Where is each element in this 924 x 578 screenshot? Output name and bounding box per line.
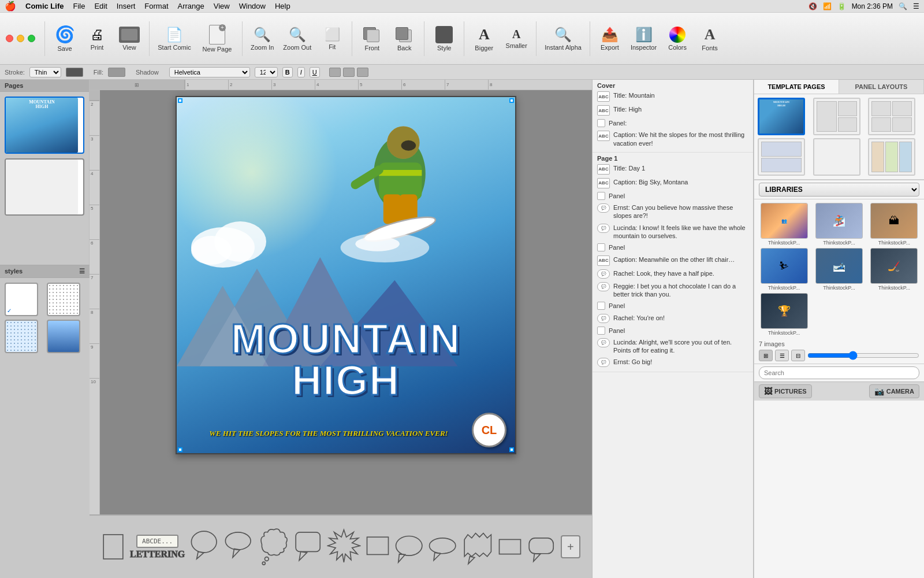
fill-color[interactable] xyxy=(108,68,125,77)
menu-comic-life[interactable]: Comic Life xyxy=(25,2,64,10)
styles-options-icon[interactable]: ☰ xyxy=(79,268,85,275)
lib-item-2[interactable]: 🏂 ThinkstockP... xyxy=(813,203,865,246)
start-comic-button[interactable]: 📄 Start Comic xyxy=(154,16,195,61)
lib-view-list[interactable]: ☰ xyxy=(775,350,789,361)
lib-item-6[interactable]: 🏒 ThinkstockP... xyxy=(868,248,921,291)
print-button[interactable]: 🖨 Print xyxy=(82,16,112,61)
tab-template-pages[interactable]: TEMPLATE PAGES xyxy=(754,80,839,94)
colors-button[interactable]: Colors xyxy=(662,16,692,61)
panel-checkbox-3[interactable] xyxy=(597,243,605,251)
template-6[interactable] xyxy=(868,138,915,176)
lib-item-5[interactable]: 🎿 ThinkstockP... xyxy=(813,248,865,291)
lib-item-7[interactable]: 🏆 ThinkstockP... xyxy=(758,293,810,336)
instant-alpha-button[interactable]: 🔍 Instant Alpha xyxy=(541,16,585,61)
font-size-select[interactable]: 121416 xyxy=(255,67,278,77)
fit-button[interactable]: ⬜ Fit xyxy=(317,16,347,61)
template-2[interactable] xyxy=(813,98,860,135)
lib-view-detail[interactable]: ⊟ xyxy=(791,350,805,361)
selection-handle-bl[interactable] xyxy=(178,447,182,452)
menu-window[interactable]: Window xyxy=(239,2,266,10)
inspector-button[interactable]: ℹ️ Inspector xyxy=(627,16,660,61)
stroke-color[interactable] xyxy=(66,68,83,77)
export-button[interactable]: 📤 Export xyxy=(595,16,625,61)
shape-speech-burst[interactable] xyxy=(327,524,361,570)
style-blue-gradient[interactable] xyxy=(47,320,80,353)
italic-button[interactable]: I xyxy=(297,67,305,77)
panel-checkbox-1[interactable] xyxy=(597,119,605,127)
template-5[interactable] xyxy=(813,138,860,176)
shape-rectangle[interactable] xyxy=(101,524,125,570)
canvas-scroll[interactable]: MOUNTAIN HIGH WE HIT THE SLOPES FOR THE … xyxy=(100,90,592,514)
bigger-button[interactable]: A Bigger xyxy=(469,16,499,61)
menu-arrange[interactable]: Arrange xyxy=(178,2,204,10)
maximize-button[interactable] xyxy=(28,35,35,42)
lib-item-3[interactable]: 🏔 ThinkstockP... xyxy=(868,203,921,246)
smaller-button[interactable]: A Smaller xyxy=(501,16,531,61)
shape-speech-oval[interactable] xyxy=(223,524,252,570)
template-4[interactable] xyxy=(758,138,805,176)
bold-button[interactable]: B xyxy=(282,67,293,77)
lib-item-1[interactable]: 👥 ThinkstockP... xyxy=(758,203,810,246)
page-1-thumb[interactable]: MOUNTAIN HIGH xyxy=(5,97,84,154)
template-3[interactable] xyxy=(868,98,915,135)
panel-checkbox-4[interactable] xyxy=(597,302,605,310)
shape-caption-oval[interactable] xyxy=(428,524,457,570)
minimize-button[interactable] xyxy=(17,35,24,42)
lib-view-grid[interactable]: ⊞ xyxy=(759,350,773,361)
style-dotted-blue[interactable] xyxy=(5,320,38,353)
notification-icon[interactable]: ☰ xyxy=(913,2,919,10)
spotlight-icon[interactable]: 🔍 xyxy=(899,2,907,10)
save-button[interactable]: 🌀 Save xyxy=(50,16,80,61)
back-button[interactable]: Back xyxy=(389,16,419,61)
underline-button[interactable]: U xyxy=(310,67,320,77)
zoom-out-button[interactable]: 🔍 Zoom Out xyxy=(280,16,315,61)
selection-handle-tr[interactable] xyxy=(509,98,514,103)
style-button[interactable]: Style xyxy=(429,16,459,61)
align-center-icon[interactable] xyxy=(343,68,355,77)
panel-checkbox-5[interactable] xyxy=(597,327,605,335)
stroke-select[interactable]: ThinMediumThick xyxy=(29,67,61,77)
shape-caption-round[interactable] xyxy=(394,524,423,570)
menu-view[interactable]: View xyxy=(214,2,230,10)
menu-help[interactable]: Help xyxy=(275,2,290,10)
shape-caption-rect[interactable] xyxy=(366,524,390,570)
menu-format[interactable]: Format xyxy=(144,2,168,10)
font-select[interactable]: Helvetica xyxy=(169,67,250,77)
shape-speech-round[interactable] xyxy=(189,524,218,570)
fonts-button[interactable]: A Fonts xyxy=(695,16,725,61)
shape-caption-jagged[interactable] xyxy=(462,524,494,570)
menu-file[interactable]: File xyxy=(73,2,85,10)
align-left-icon[interactable] xyxy=(329,68,341,77)
view-button[interactable]: View xyxy=(114,16,144,61)
apple-menu[interactable]: 🍎 xyxy=(5,1,16,12)
shape-speech-rect[interactable] xyxy=(293,524,322,570)
shape-caption-box2[interactable] xyxy=(498,524,522,570)
shape-speech-cloud[interactable] xyxy=(257,524,289,570)
align-right-icon[interactable] xyxy=(357,68,368,77)
shape-caption-round2[interactable] xyxy=(527,524,556,570)
zoom-in-button[interactable]: 🔍 Zoom In xyxy=(247,16,277,61)
menu-insert[interactable]: Insert xyxy=(117,2,136,10)
lib-size-slider[interactable] xyxy=(807,352,919,359)
lib-thumb-3: 🏔 xyxy=(870,203,918,239)
new-page-button[interactable]: + New Page xyxy=(197,16,237,61)
add-shape-button[interactable]: + xyxy=(561,535,580,558)
panel-checkbox-2[interactable] xyxy=(597,192,605,200)
selection-handle-br[interactable] xyxy=(509,447,514,452)
template-1[interactable]: MOUNTAIN HIGH xyxy=(758,98,805,135)
tab-panel-layouts[interactable]: PANEL LAYOUTS xyxy=(839,80,924,94)
close-button[interactable] xyxy=(6,35,13,42)
libraries-dropdown[interactable]: LIBRARIES xyxy=(759,183,919,197)
menu-edit[interactable]: Edit xyxy=(94,2,107,10)
lib-search-input[interactable] xyxy=(759,366,919,379)
shape-lettering[interactable]: ABCDE... LETTERING xyxy=(130,535,185,560)
front-button[interactable]: Front xyxy=(357,16,387,61)
style-blank[interactable]: ✓ xyxy=(5,283,38,316)
style-dotted[interactable] xyxy=(47,283,80,316)
selection-handle-tl[interactable] xyxy=(178,98,182,103)
comic-canvas[interactable]: MOUNTAIN HIGH WE HIT THE SLOPES FOR THE … xyxy=(176,96,516,454)
camera-button[interactable]: 📷 CAMERA xyxy=(869,384,919,398)
page-2-thumb[interactable] xyxy=(5,158,84,216)
pictures-button[interactable]: 🖼 PICTURES xyxy=(759,384,812,398)
lib-item-4[interactable]: ⛷ ThinkstockP... xyxy=(758,248,810,291)
